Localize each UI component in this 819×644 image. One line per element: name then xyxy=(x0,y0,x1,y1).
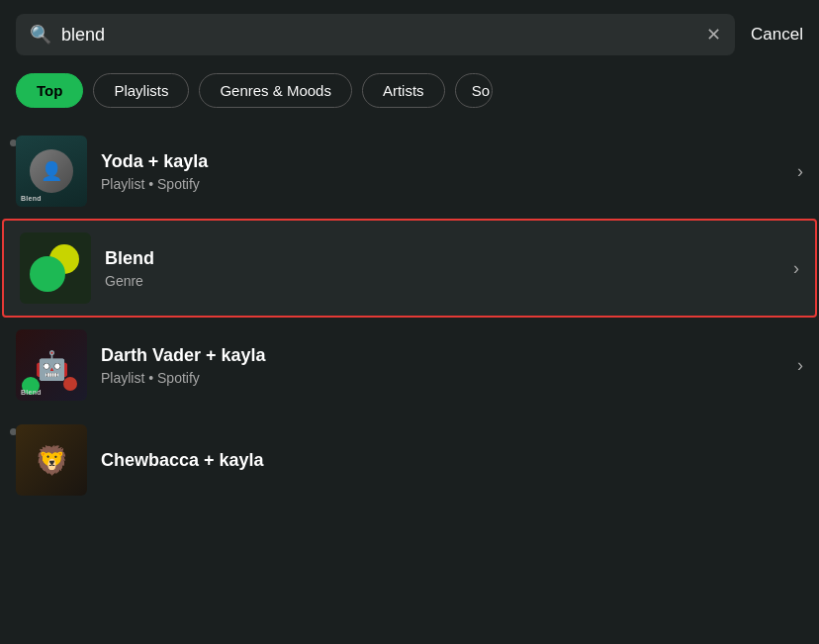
tab-genres[interactable]: Genres & Moods xyxy=(199,73,352,108)
blend-bubbles xyxy=(28,240,83,296)
chevron-right-icon: › xyxy=(797,161,803,182)
chevron-right-icon-blend: › xyxy=(793,258,799,279)
search-bar: 🔍 ✕ Cancel xyxy=(0,0,819,69)
result-item-blend-genre[interactable]: Blend Genre › xyxy=(2,219,817,318)
darth-red-bubble xyxy=(63,377,77,391)
tab-playlists[interactable]: Playlists xyxy=(93,73,189,108)
results-list: 👤 Blend Yoda + kayla Playlist • Spotify … xyxy=(0,124,819,500)
result-title: Yoda + kayla xyxy=(101,151,783,172)
result-subtitle: Playlist • Spotify xyxy=(101,176,783,192)
result-info-chewbacca: Chewbacca + kayla xyxy=(101,450,803,471)
tab-songs[interactable]: So xyxy=(455,73,493,108)
cancel-button[interactable]: Cancel xyxy=(745,25,803,45)
chevron-right-icon-darth: › xyxy=(797,355,803,376)
result-title-chewbacca: Chewbacca + kayla xyxy=(101,450,803,471)
result-title-darth: Darth Vader + kayla xyxy=(101,345,783,366)
result-subtitle-blend: Genre xyxy=(105,273,779,289)
search-input[interactable] xyxy=(61,25,696,46)
blend-tag: Blend xyxy=(21,195,42,202)
result-item-chewbacca[interactable]: 🦁 Chewbacca + kayla xyxy=(0,413,819,500)
tab-artists[interactable]: Artists xyxy=(362,73,445,108)
blend-tag-darth: Blend xyxy=(21,389,42,396)
result-title-blend: Blend xyxy=(105,248,779,269)
result-info-yoda-kayla: Yoda + kayla Playlist • Spotify xyxy=(101,151,783,192)
result-item-yoda-kayla[interactable]: 👤 Blend Yoda + kayla Playlist • Spotify … xyxy=(0,124,819,219)
thumbnail-yoda-kayla: 👤 Blend xyxy=(16,136,87,207)
bubble-green xyxy=(30,256,65,292)
search-input-container[interactable]: 🔍 ✕ xyxy=(16,14,735,55)
thumbnail-darth-vader: 🤖 Blend xyxy=(16,329,87,401)
filter-tabs: Top Playlists Genres & Moods Artists So xyxy=(0,69,819,124)
thumbnail-blend-genre xyxy=(20,232,91,304)
thumbnail-chewbacca: 🦁 xyxy=(16,424,87,496)
clear-icon[interactable]: ✕ xyxy=(706,24,721,46)
result-subtitle-darth: Playlist • Spotify xyxy=(101,370,783,386)
tab-top[interactable]: Top xyxy=(16,73,83,108)
result-info-blend-genre: Blend Genre xyxy=(105,248,779,289)
search-icon: 🔍 xyxy=(30,24,51,46)
result-item-darth-vader[interactable]: 🤖 Blend Darth Vader + kayla Playlist • S… xyxy=(0,318,819,413)
avatar-yoda: 👤 xyxy=(30,149,73,193)
result-info-darth-vader: Darth Vader + kayla Playlist • Spotify xyxy=(101,345,783,386)
